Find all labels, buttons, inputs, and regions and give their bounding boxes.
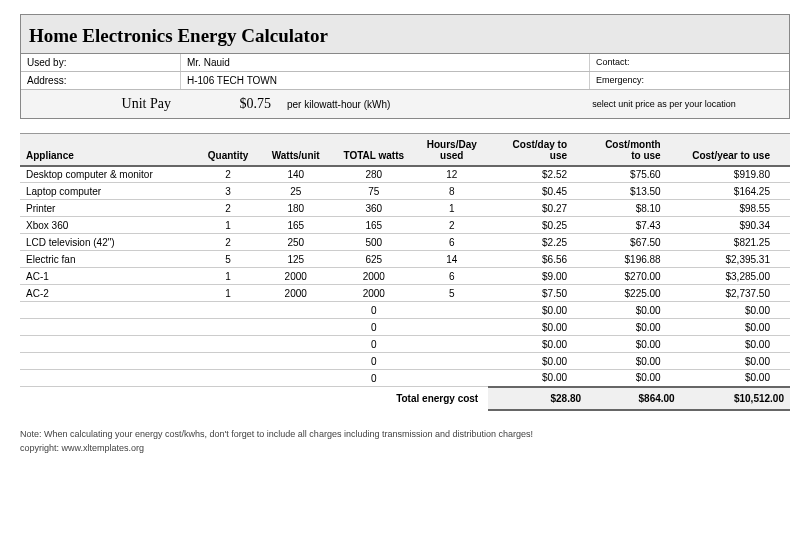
cell-appliance[interactable]: AC-1 xyxy=(20,268,197,285)
cell-cost-day: $0.00 xyxy=(488,370,587,387)
cell-watts-unit[interactable]: 125 xyxy=(259,251,332,268)
cell-appliance[interactable]: AC-2 xyxy=(20,285,197,302)
cell-cost-month: $0.00 xyxy=(587,370,681,387)
cell-watts-unit[interactable]: 165 xyxy=(259,217,332,234)
address-value[interactable]: H-106 TECH TOWN xyxy=(181,72,589,89)
cell-cost-year: $821.25 xyxy=(681,234,790,251)
cell-cost-day: $0.25 xyxy=(488,217,587,234)
cell-watts-unit[interactable] xyxy=(259,336,332,353)
cell-appliance[interactable] xyxy=(20,370,197,387)
used-by-value[interactable]: Mr. Nauid xyxy=(181,54,589,71)
cell-hours-day[interactable]: 6 xyxy=(415,268,488,285)
cell-appliance[interactable]: Printer xyxy=(20,200,197,217)
cell-hours-day[interactable] xyxy=(415,336,488,353)
col-total-watts: TOTAL watts xyxy=(332,134,415,166)
cell-cost-month: $196.88 xyxy=(587,251,681,268)
cell-cost-year: $164.25 xyxy=(681,183,790,200)
cell-appliance[interactable] xyxy=(20,302,197,319)
cell-quantity[interactable]: 2 xyxy=(197,234,259,251)
cell-quantity[interactable] xyxy=(197,370,259,387)
cell-hours-day[interactable] xyxy=(415,353,488,370)
cell-hours-day[interactable]: 5 xyxy=(415,285,488,302)
cell-quantity[interactable]: 2 xyxy=(197,200,259,217)
cell-total-watts: 0 xyxy=(332,319,415,336)
cell-hours-day[interactable]: 2 xyxy=(415,217,488,234)
cell-total-watts: 500 xyxy=(332,234,415,251)
cell-cost-year: $919.80 xyxy=(681,166,790,183)
cell-cost-month: $13.50 xyxy=(587,183,681,200)
table-row: Xbox 36011651652$0.25$7.43$90.34 xyxy=(20,217,790,234)
table-row: 0$0.00$0.00$0.00 xyxy=(20,336,790,353)
cell-cost-year: $0.00 xyxy=(681,353,790,370)
table-row: AC-21200020005$7.50$225.00$2,737.50 xyxy=(20,285,790,302)
total-cost-year: $10,512.00 xyxy=(681,387,790,410)
unit-pay-value[interactable]: $0.75 xyxy=(181,90,281,118)
cell-quantity[interactable] xyxy=(197,353,259,370)
footer-copyright: copyright: www.xltemplates.org xyxy=(20,443,790,453)
table-row: LCD television (42")22505006$2.25$67.50$… xyxy=(20,234,790,251)
cell-watts-unit[interactable] xyxy=(259,370,332,387)
unit-pay-note: select unit price as per your location xyxy=(539,93,789,115)
cell-watts-unit[interactable] xyxy=(259,319,332,336)
cell-quantity[interactable]: 2 xyxy=(197,166,259,183)
cell-cost-month: $0.00 xyxy=(587,353,681,370)
cell-total-watts: 2000 xyxy=(332,285,415,302)
cell-quantity[interactable] xyxy=(197,302,259,319)
cell-total-watts: 0 xyxy=(332,302,415,319)
cell-cost-year: $0.00 xyxy=(681,302,790,319)
cell-appliance[interactable]: Desktop computer & monitor xyxy=(20,166,197,183)
cell-watts-unit[interactable] xyxy=(259,353,332,370)
cell-hours-day[interactable]: 14 xyxy=(415,251,488,268)
cell-hours-day[interactable] xyxy=(415,319,488,336)
cell-hours-day[interactable]: 12 xyxy=(415,166,488,183)
cell-watts-unit[interactable]: 25 xyxy=(259,183,332,200)
cell-hours-day[interactable]: 6 xyxy=(415,234,488,251)
cell-quantity[interactable]: 1 xyxy=(197,268,259,285)
cell-watts-unit[interactable]: 2000 xyxy=(259,285,332,302)
cell-cost-year: $3,285.00 xyxy=(681,268,790,285)
cell-watts-unit[interactable]: 2000 xyxy=(259,268,332,285)
cell-total-watts: 280 xyxy=(332,166,415,183)
cell-appliance[interactable]: Laptop computer xyxy=(20,183,197,200)
cell-quantity[interactable] xyxy=(197,319,259,336)
table-row: Desktop computer & monitor214028012$2.52… xyxy=(20,166,790,183)
cell-cost-year: $0.00 xyxy=(681,319,790,336)
cell-hours-day[interactable]: 8 xyxy=(415,183,488,200)
footer: Note: When calculating your energy cost/… xyxy=(20,429,790,453)
calculator-sheet: Home Electronics Energy Calculator Used … xyxy=(20,14,790,119)
cell-total-watts: 625 xyxy=(332,251,415,268)
cell-cost-year: $0.00 xyxy=(681,336,790,353)
cell-quantity[interactable] xyxy=(197,336,259,353)
cell-appliance[interactable]: Xbox 360 xyxy=(20,217,197,234)
cell-cost-year: $98.55 xyxy=(681,200,790,217)
cell-watts-unit[interactable] xyxy=(259,302,332,319)
cell-watts-unit[interactable]: 250 xyxy=(259,234,332,251)
total-label: Total energy cost xyxy=(20,387,488,410)
cell-watts-unit[interactable]: 180 xyxy=(259,200,332,217)
cell-quantity[interactable]: 3 xyxy=(197,183,259,200)
cell-appliance[interactable]: Electric fan xyxy=(20,251,197,268)
cell-appliance[interactable]: LCD television (42") xyxy=(20,234,197,251)
cell-quantity[interactable]: 1 xyxy=(197,285,259,302)
unit-pay-unit: per kilowatt-hour (kWh) xyxy=(281,93,539,116)
cell-watts-unit[interactable]: 140 xyxy=(259,166,332,183)
col-cost-month: Cost/month to use xyxy=(587,134,681,166)
col-cost-day: Cost/day to use xyxy=(488,134,587,166)
cell-quantity[interactable]: 1 xyxy=(197,217,259,234)
cell-appliance[interactable] xyxy=(20,319,197,336)
cell-hours-day[interactable] xyxy=(415,370,488,387)
footer-note: Note: When calculating your energy cost/… xyxy=(20,429,790,439)
table-row: Laptop computer325758$0.45$13.50$164.25 xyxy=(20,183,790,200)
cell-cost-day: $0.27 xyxy=(488,200,587,217)
cell-cost-year: $2,737.50 xyxy=(681,285,790,302)
col-quantity: Quantity xyxy=(197,134,259,166)
cell-quantity[interactable]: 5 xyxy=(197,251,259,268)
table-row: Electric fan512562514$6.56$196.88$2,395.… xyxy=(20,251,790,268)
cell-cost-year: $90.34 xyxy=(681,217,790,234)
cell-appliance[interactable] xyxy=(20,336,197,353)
table-row: 0$0.00$0.00$0.00 xyxy=(20,319,790,336)
cell-hours-day[interactable] xyxy=(415,302,488,319)
cell-hours-day[interactable]: 1 xyxy=(415,200,488,217)
cell-appliance[interactable] xyxy=(20,353,197,370)
used-by-label: Used by: xyxy=(21,54,181,71)
